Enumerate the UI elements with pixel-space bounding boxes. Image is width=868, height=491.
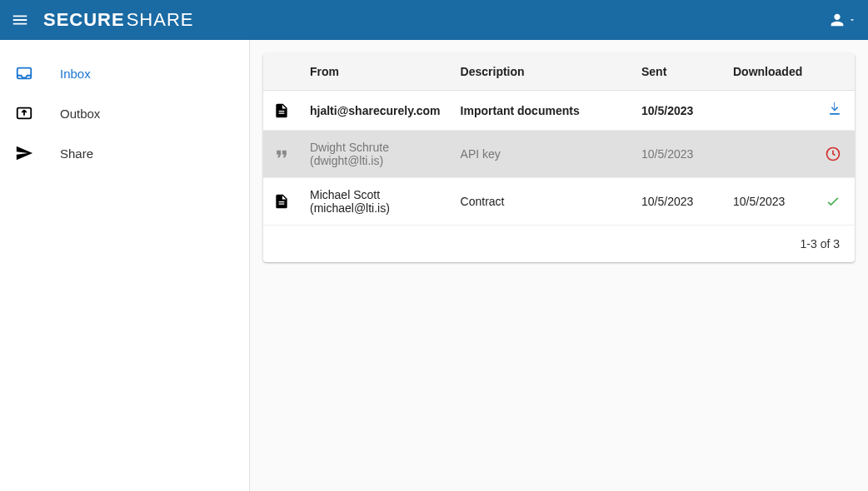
main-content: From Description Sent Downloaded <box>250 40 868 491</box>
document-icon <box>273 193 290 210</box>
sidebar-item-label: Outbox <box>60 107 100 121</box>
sidebar: Inbox Outbox Share <box>0 40 250 491</box>
sidebar-item-label: Share <box>60 146 93 161</box>
cell-downloaded <box>723 131 815 178</box>
send-icon <box>15 144 60 162</box>
col-header-downloaded: Downloaded <box>723 53 815 91</box>
table-row[interactable]: Dwight Schrute (dwight@lti.is) API key 1… <box>263 131 855 178</box>
document-icon <box>273 102 290 119</box>
col-header-sent: Sent <box>631 53 723 91</box>
check-icon <box>825 193 841 210</box>
app-header: SECURE SHARE <box>0 0 868 40</box>
cell-downloaded: 10/5/2023 <box>723 178 815 226</box>
user-icon <box>828 11 846 29</box>
cell-description: API key <box>451 131 631 178</box>
app-brand: SECURE SHARE <box>43 9 193 31</box>
inbox-icon <box>15 64 60 82</box>
cell-sent: 10/5/2023 <box>631 178 723 226</box>
brand-bold: SECURE <box>43 9 125 31</box>
hamburger-icon <box>11 11 29 29</box>
cell-description: Contract <box>451 178 631 226</box>
svg-rect-2 <box>279 111 285 112</box>
user-menu[interactable] <box>823 7 861 32</box>
table-row[interactable]: hjalti@sharecurely.com Important documen… <box>263 91 855 131</box>
outbox-icon <box>15 104 60 122</box>
quote-icon <box>273 146 290 162</box>
cell-from: Michael Scott (michael@lti.is) <box>300 178 451 226</box>
brand-light: SHARE <box>127 9 194 31</box>
svg-rect-0 <box>17 68 32 79</box>
col-header-description: Description <box>451 53 631 91</box>
messages-card: From Description Sent Downloaded <box>263 53 855 262</box>
cell-description: Important documents <box>451 91 631 131</box>
table-row[interactable]: Michael Scott (michael@lti.is) Contract … <box>263 178 855 226</box>
sidebar-item-share[interactable]: Share <box>0 133 249 173</box>
sidebar-item-label: Inbox <box>60 67 91 81</box>
svg-rect-3 <box>279 112 285 113</box>
col-header-from: From <box>300 53 451 91</box>
svg-rect-6 <box>279 204 285 205</box>
messages-table: From Description Sent Downloaded <box>263 53 855 226</box>
download-button[interactable] <box>826 101 843 117</box>
download-icon <box>826 101 843 117</box>
cell-downloaded <box>723 91 815 131</box>
cell-sent: 10/5/2023 <box>631 91 723 131</box>
svg-rect-5 <box>279 201 285 202</box>
cell-from: hjalti@sharecurely.com <box>300 91 451 131</box>
caret-down-icon <box>848 16 856 24</box>
table-header-row: From Description Sent Downloaded <box>263 53 855 91</box>
table-pager: 1-3 of 3 <box>263 226 855 262</box>
clock-expired-icon <box>825 146 841 162</box>
menu-button[interactable] <box>3 3 37 37</box>
cell-from: Dwight Schrute (dwight@lti.is) <box>300 131 451 178</box>
sidebar-item-inbox[interactable]: Inbox <box>0 53 249 93</box>
cell-sent: 10/5/2023 <box>631 131 723 178</box>
sidebar-item-outbox[interactable]: Outbox <box>0 93 249 133</box>
